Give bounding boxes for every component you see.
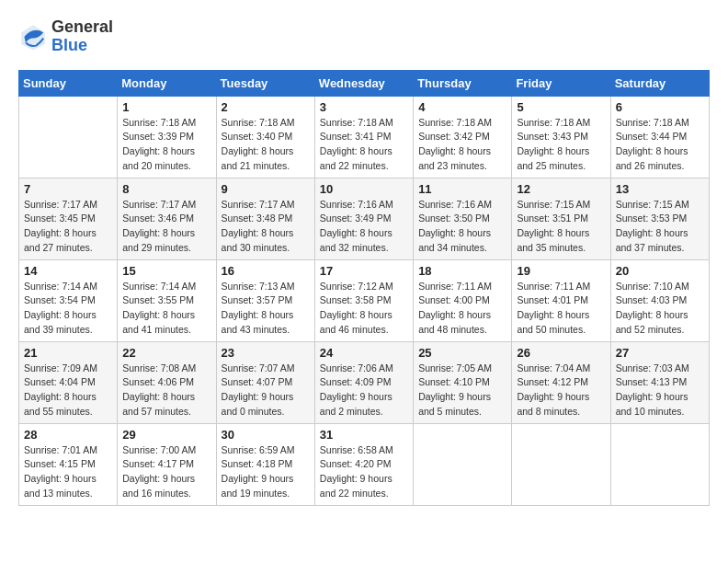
calendar-cell: 17Sunrise: 7:12 AM Sunset: 3:58 PM Dayli… xyxy=(314,259,413,341)
day-info: Sunrise: 7:18 AM Sunset: 3:43 PM Dayligh… xyxy=(517,116,605,174)
day-info: Sunrise: 7:12 AM Sunset: 3:58 PM Dayligh… xyxy=(320,280,408,338)
calendar-cell: 15Sunrise: 7:14 AM Sunset: 3:55 PM Dayli… xyxy=(118,259,216,341)
weekday-header-tuesday: Tuesday xyxy=(216,70,314,96)
day-number: 29 xyxy=(122,428,210,442)
day-info: Sunrise: 6:59 AM Sunset: 4:18 PM Dayligh… xyxy=(222,443,310,501)
day-number: 15 xyxy=(122,264,210,278)
calendar-week-2: 7Sunrise: 7:17 AM Sunset: 3:45 PM Daylig… xyxy=(19,178,710,259)
day-number: 12 xyxy=(517,182,605,196)
day-info: Sunrise: 7:04 AM Sunset: 4:12 PM Dayligh… xyxy=(517,362,605,419)
weekday-header-wednesday: Wednesday xyxy=(314,70,413,96)
logo-icon xyxy=(18,22,48,52)
day-info: Sunrise: 7:15 AM Sunset: 3:53 PM Dayligh… xyxy=(616,198,704,256)
logo: GeneralBlue xyxy=(18,18,113,55)
calendar-cell: 14Sunrise: 7:14 AM Sunset: 3:54 PM Dayli… xyxy=(19,259,118,341)
calendar-header: SundayMondayTuesdayWednesdayThursdayFrid… xyxy=(19,70,710,96)
calendar-cell: 29Sunrise: 7:00 AM Sunset: 4:17 PM Dayli… xyxy=(118,423,216,505)
day-number: 19 xyxy=(517,264,605,278)
day-info: Sunrise: 7:14 AM Sunset: 3:55 PM Dayligh… xyxy=(122,280,210,338)
day-number: 24 xyxy=(320,346,408,360)
calendar-cell: 31Sunrise: 6:58 AM Sunset: 4:20 PM Dayli… xyxy=(314,423,413,505)
day-info: Sunrise: 7:13 AM Sunset: 3:57 PM Dayligh… xyxy=(222,280,310,338)
day-info: Sunrise: 7:09 AM Sunset: 4:04 PM Dayligh… xyxy=(24,362,112,419)
day-info: Sunrise: 7:14 AM Sunset: 3:54 PM Dayligh… xyxy=(24,280,112,338)
calendar-cell: 27Sunrise: 7:03 AM Sunset: 4:13 PM Dayli… xyxy=(610,341,709,423)
day-info: Sunrise: 7:17 AM Sunset: 3:45 PM Dayligh… xyxy=(24,198,112,256)
day-number: 3 xyxy=(320,100,408,114)
calendar-cell: 6Sunrise: 7:18 AM Sunset: 3:44 PM Daylig… xyxy=(610,96,709,178)
weekday-header-friday: Friday xyxy=(512,70,610,96)
day-info: Sunrise: 7:06 AM Sunset: 4:09 PM Dayligh… xyxy=(320,362,408,419)
day-number: 7 xyxy=(24,182,112,196)
calendar-week-1: 1Sunrise: 7:18 AM Sunset: 3:39 PM Daylig… xyxy=(19,96,710,178)
day-info: Sunrise: 7:18 AM Sunset: 3:41 PM Dayligh… xyxy=(320,116,408,174)
calendar-week-4: 21Sunrise: 7:09 AM Sunset: 4:04 PM Dayli… xyxy=(19,341,710,423)
day-info: Sunrise: 7:18 AM Sunset: 3:40 PM Dayligh… xyxy=(222,116,310,174)
day-info: Sunrise: 7:11 AM Sunset: 4:01 PM Dayligh… xyxy=(517,280,605,338)
calendar-table: SundayMondayTuesdayWednesdayThursdayFrid… xyxy=(18,70,710,506)
day-info: Sunrise: 7:07 AM Sunset: 4:07 PM Dayligh… xyxy=(222,362,310,419)
day-number: 8 xyxy=(122,182,210,196)
weekday-header-sunday: Sunday xyxy=(19,70,118,96)
day-number: 4 xyxy=(418,100,506,114)
day-number: 5 xyxy=(517,100,605,114)
day-number: 6 xyxy=(616,100,704,114)
calendar-cell: 2Sunrise: 7:18 AM Sunset: 3:40 PM Daylig… xyxy=(216,96,314,178)
calendar-cell: 20Sunrise: 7:10 AM Sunset: 4:03 PM Dayli… xyxy=(610,259,709,341)
calendar-cell: 12Sunrise: 7:15 AM Sunset: 3:51 PM Dayli… xyxy=(512,178,610,259)
day-number: 13 xyxy=(616,182,704,196)
day-number: 21 xyxy=(24,346,112,360)
day-number: 23 xyxy=(222,346,310,360)
day-info: Sunrise: 6:58 AM Sunset: 4:20 PM Dayligh… xyxy=(320,443,408,501)
day-number: 20 xyxy=(616,264,704,278)
calendar-cell xyxy=(610,423,709,505)
day-info: Sunrise: 7:00 AM Sunset: 4:17 PM Dayligh… xyxy=(122,443,210,501)
day-number: 28 xyxy=(24,428,112,442)
day-info: Sunrise: 7:18 AM Sunset: 3:39 PM Dayligh… xyxy=(122,116,210,174)
day-number: 26 xyxy=(517,346,605,360)
logo-text: GeneralBlue xyxy=(51,18,113,55)
day-info: Sunrise: 7:03 AM Sunset: 4:13 PM Dayligh… xyxy=(616,362,704,419)
calendar-cell: 26Sunrise: 7:04 AM Sunset: 4:12 PM Dayli… xyxy=(512,341,610,423)
day-info: Sunrise: 7:17 AM Sunset: 3:46 PM Dayligh… xyxy=(122,198,210,256)
calendar-cell: 28Sunrise: 7:01 AM Sunset: 4:15 PM Dayli… xyxy=(19,423,118,505)
day-number: 10 xyxy=(320,182,408,196)
day-number: 25 xyxy=(418,346,506,360)
weekday-header-monday: Monday xyxy=(118,70,216,96)
calendar-week-3: 14Sunrise: 7:14 AM Sunset: 3:54 PM Dayli… xyxy=(19,259,710,341)
day-info: Sunrise: 7:05 AM Sunset: 4:10 PM Dayligh… xyxy=(418,362,506,419)
calendar-cell: 21Sunrise: 7:09 AM Sunset: 4:04 PM Dayli… xyxy=(19,341,118,423)
day-number: 18 xyxy=(418,264,506,278)
weekday-header-row: SundayMondayTuesdayWednesdayThursdayFrid… xyxy=(19,70,710,96)
calendar-cell: 1Sunrise: 7:18 AM Sunset: 3:39 PM Daylig… xyxy=(118,96,216,178)
day-number: 2 xyxy=(222,100,310,114)
day-number: 22 xyxy=(122,346,210,360)
calendar-cell: 13Sunrise: 7:15 AM Sunset: 3:53 PM Dayli… xyxy=(610,178,709,259)
calendar-cell: 18Sunrise: 7:11 AM Sunset: 4:00 PM Dayli… xyxy=(414,259,512,341)
day-info: Sunrise: 7:18 AM Sunset: 3:44 PM Dayligh… xyxy=(616,116,704,174)
day-number: 14 xyxy=(24,264,112,278)
calendar-cell xyxy=(512,423,610,505)
day-info: Sunrise: 7:16 AM Sunset: 3:50 PM Dayligh… xyxy=(418,198,506,256)
page-header: GeneralBlue xyxy=(18,18,710,55)
day-info: Sunrise: 7:16 AM Sunset: 3:49 PM Dayligh… xyxy=(320,198,408,256)
calendar-cell: 5Sunrise: 7:18 AM Sunset: 3:43 PM Daylig… xyxy=(512,96,610,178)
day-info: Sunrise: 7:10 AM Sunset: 4:03 PM Dayligh… xyxy=(616,280,704,338)
day-info: Sunrise: 7:15 AM Sunset: 3:51 PM Dayligh… xyxy=(517,198,605,256)
logo-general: General xyxy=(51,18,113,37)
calendar-cell: 7Sunrise: 7:17 AM Sunset: 3:45 PM Daylig… xyxy=(19,178,118,259)
weekday-header-saturday: Saturday xyxy=(610,70,709,96)
calendar-cell xyxy=(19,96,118,178)
day-info: Sunrise: 7:01 AM Sunset: 4:15 PM Dayligh… xyxy=(24,443,112,501)
day-info: Sunrise: 7:08 AM Sunset: 4:06 PM Dayligh… xyxy=(122,362,210,419)
day-number: 30 xyxy=(222,428,310,442)
day-number: 9 xyxy=(222,182,310,196)
calendar-cell: 22Sunrise: 7:08 AM Sunset: 4:06 PM Dayli… xyxy=(118,341,216,423)
weekday-header-thursday: Thursday xyxy=(414,70,512,96)
calendar-cell: 23Sunrise: 7:07 AM Sunset: 4:07 PM Dayli… xyxy=(216,341,314,423)
day-number: 31 xyxy=(320,428,408,442)
day-number: 27 xyxy=(616,346,704,360)
calendar-cell: 3Sunrise: 7:18 AM Sunset: 3:41 PM Daylig… xyxy=(314,96,413,178)
calendar-cell: 16Sunrise: 7:13 AM Sunset: 3:57 PM Dayli… xyxy=(216,259,314,341)
calendar-cell: 11Sunrise: 7:16 AM Sunset: 3:50 PM Dayli… xyxy=(414,178,512,259)
